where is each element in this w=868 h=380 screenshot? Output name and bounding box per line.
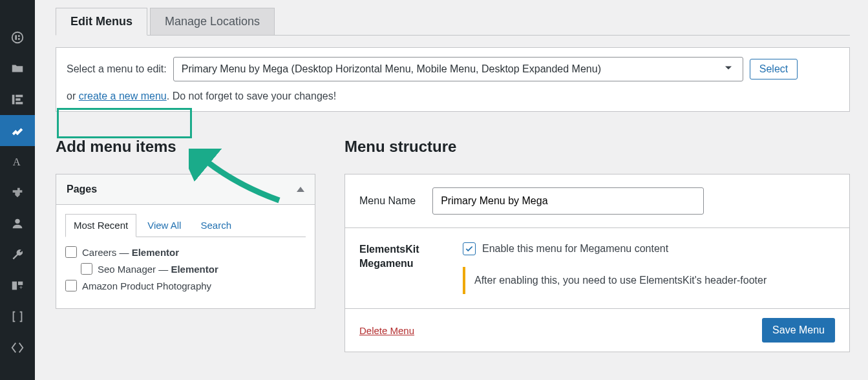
page-item[interactable]: Careers — Elementor	[65, 244, 306, 260]
pages-tab-all[interactable]: View All	[139, 214, 189, 237]
page-item[interactable]: Seo Manager — Elementor	[65, 260, 306, 277]
sidebar-users-icon[interactable]	[0, 208, 35, 239]
sidebar-code-icon[interactable]	[0, 332, 35, 363]
svg-rect-5	[16, 95, 23, 98]
chevron-down-icon	[722, 61, 735, 77]
nav-tabs: Edit Menus Manage Locations	[56, 8, 850, 36]
svg-text:A: A	[13, 156, 21, 168]
menu-name-input[interactable]	[432, 187, 704, 215]
pages-list[interactable]: Careers — Elementor Seo Manager — Elemen…	[56, 237, 315, 308]
page-item-text: Careers —	[82, 247, 132, 258]
page-item-text: Seo Manager —	[98, 264, 171, 275]
svg-rect-3	[18, 38, 20, 40]
page-checkbox[interactable]	[65, 280, 77, 291]
svg-rect-10	[12, 282, 17, 290]
sidebar-plugins-icon[interactable]	[0, 177, 35, 208]
menu-select-panel: Select a menu to edit: Primary Menu by M…	[56, 47, 850, 112]
svg-rect-6	[16, 98, 20, 101]
menu-structure-title: Menu structure	[344, 138, 850, 156]
pages-tab-search[interactable]: Search	[192, 214, 240, 237]
menu-dropdown[interactable]: Primary Menu by Mega (Desktop Horizontal…	[173, 57, 743, 81]
sidebar-brackets-icon[interactable]	[0, 301, 35, 332]
menu-dropdown-value: Primary Menu by Mega (Desktop Horizontal…	[182, 63, 601, 75]
svg-rect-7	[16, 102, 23, 105]
svg-rect-1	[15, 35, 17, 39]
svg-rect-2	[18, 35, 20, 37]
sidebar-tools-icon[interactable]	[0, 239, 35, 270]
megamenu-note: After enabling this, you need to use Ele…	[463, 267, 835, 294]
menu-name-label: Menu Name	[359, 195, 416, 207]
delete-menu-link[interactable]: Delete Menu	[359, 325, 414, 336]
save-menu-button[interactable]: Save Menu	[762, 318, 835, 343]
or-suffix: . Do not forget to save your changes!	[167, 90, 336, 101]
select-button[interactable]: Select	[750, 59, 798, 79]
svg-text:+: +	[19, 284, 23, 291]
sidebar-appearance-icon[interactable]	[0, 115, 35, 146]
select-menu-label: Select a menu to edit:	[67, 63, 167, 75]
page-item-bold: Elementor	[132, 247, 179, 258]
create-menu-line: or create a new menu. Do not forget to s…	[67, 90, 839, 102]
megamenu-enable-label: Enable this menu for Megamenu content	[482, 243, 668, 255]
page-checkbox[interactable]	[81, 263, 92, 275]
triangle-up-icon	[297, 187, 304, 192]
pages-panel: Pages Most Recent View All Search Career…	[56, 174, 315, 309]
svg-rect-4	[12, 95, 15, 105]
pages-panel-header[interactable]: Pages	[56, 174, 315, 205]
or-prefix: or	[67, 90, 79, 101]
sidebar-template-icon[interactable]	[0, 22, 35, 53]
page-item-bold: Elementor	[171, 264, 218, 275]
add-menu-items-title: Add menu items	[56, 138, 315, 156]
page-item[interactable]: Amazon Product Photography	[65, 277, 306, 294]
megamenu-label: ElementsKitMegamenu	[359, 242, 437, 294]
svg-point-9	[15, 219, 19, 224]
menu-structure-panel: Menu Name ElementsKitMegamenu Enable thi…	[344, 174, 850, 352]
pages-panel-title: Pages	[67, 184, 97, 195]
create-new-menu-link[interactable]: create a new menu	[79, 90, 167, 101]
page-checkbox[interactable]	[65, 246, 77, 258]
pages-tab-recent[interactable]: Most Recent	[65, 214, 136, 237]
sidebar-customhtml-icon[interactable]: +	[0, 270, 35, 301]
sidebar-typography-icon[interactable]: A	[0, 146, 35, 177]
megamenu-checkbox[interactable]	[463, 242, 476, 255]
sidebar-folder-icon[interactable]	[0, 53, 35, 84]
tab-manage-locations[interactable]: Manage Locations	[150, 8, 275, 35]
sidebar-elementskit-icon[interactable]	[0, 84, 35, 115]
svg-point-0	[12, 32, 23, 43]
page-item-text: Amazon Product Photography	[82, 280, 211, 291]
tab-edit-menus[interactable]: Edit Menus	[56, 8, 147, 36]
